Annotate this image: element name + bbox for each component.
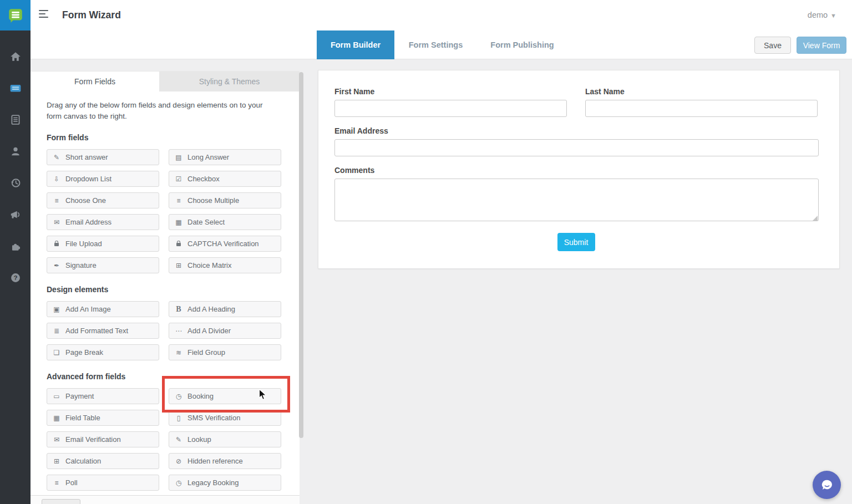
field-button-label: CAPTCHA Verification (187, 240, 259, 248)
panel-scrollbar[interactable] (299, 72, 303, 438)
field-button-payment[interactable]: ▭Payment (47, 388, 159, 404)
view-form-button[interactable]: View Form (797, 37, 846, 54)
email-address-label: Email Address (334, 126, 819, 135)
field-button-label: Payment (65, 392, 94, 400)
field-button-captcha-verification[interactable]: CAPTCHA Verification (169, 236, 281, 252)
field-button-label: Page Break (65, 348, 103, 357)
section-heading-advanced-form-fields: Advanced form fields (47, 372, 300, 381)
clock-icon: ◷ (175, 479, 182, 487)
field-button-add-formatted-text[interactable]: ≣Add Formatted Text (47, 323, 159, 339)
field-button-long-answer[interactable]: ▤Long Answer (169, 149, 281, 165)
field-button-add-an-image[interactable]: ▣Add An Image (47, 301, 159, 317)
field-button-add-a-heading[interactable]: BAdd A Heading (169, 301, 281, 317)
field-button-poll[interactable]: ≡Poll (47, 475, 159, 491)
field-button-sms-verification[interactable]: ▯SMS Verification (169, 410, 281, 426)
lock-icon (175, 240, 182, 248)
pencil-square-icon: ✎ (53, 154, 60, 161)
sidebar-item-reports[interactable] (0, 105, 31, 136)
field-button-booking[interactable]: ◷Booking (169, 388, 281, 404)
field-button-choice-matrix[interactable]: ⊞Choice Matrix (169, 257, 281, 273)
sidebar-item-home[interactable] (0, 42, 31, 73)
credit-card-icon: ▭ (53, 393, 60, 400)
panel-tab-styling-themes[interactable]: Styling & Themes (159, 72, 300, 91)
field-button-checkbox[interactable]: ☑Checkbox (169, 171, 281, 187)
field-button-label: SMS Verification (187, 414, 240, 422)
last-name-input[interactable] (585, 100, 818, 117)
field-button-lookup[interactable]: ✎Lookup (169, 431, 281, 447)
panel-tab-form-fields[interactable]: Form Fields (31, 72, 159, 91)
field-button-legacy-booking[interactable]: ◷Legacy Booking (169, 475, 281, 491)
panel-tabs: Form FieldsStyling & Themes (31, 71, 300, 91)
section-items: ▣Add An ImageBAdd A Heading≣Add Formatte… (47, 301, 300, 360)
field-button-label: Checkbox (187, 175, 220, 183)
app-logo[interactable] (0, 0, 31, 30)
page-break-icon: ❏ (53, 349, 60, 357)
field-button-page-break[interactable]: ❏Page Break (47, 344, 159, 360)
field-button-label: Choose Multiple (187, 196, 239, 205)
resize-grip-icon[interactable] (813, 216, 818, 221)
field-button-date-select[interactable]: ▦Date Select (169, 214, 281, 230)
calendar-icon: ▦ (175, 218, 182, 226)
panel-body: Drag any of the below form fields and de… (31, 100, 300, 491)
history-icon (9, 177, 22, 191)
tab-form-publishing[interactable]: Form Publishing (477, 30, 567, 59)
field-button-label: Long Answer (187, 153, 229, 161)
sidebar-item-announcements[interactable] (0, 200, 31, 231)
field-button-label: Add A Heading (187, 305, 235, 313)
field-button-add-a-divider[interactable]: ⋯Add A Divider (169, 323, 281, 339)
field-button-label: Poll (65, 478, 78, 487)
mobile-icon: ▯ (175, 414, 182, 422)
chat-widget-button[interactable] (813, 471, 841, 499)
partial-button[interactable] (42, 499, 80, 504)
tab-form-settings[interactable]: Form Settings (394, 30, 477, 59)
sidebar-item-addons[interactable] (0, 231, 31, 263)
field-button-label: Legacy Booking (187, 478, 239, 487)
sidebar-item-forms[interactable] (0, 73, 31, 105)
drag-instruction-text: Drag any of the below form fields and de… (47, 100, 275, 121)
pencil-square-icon: ✎ (175, 436, 182, 444)
field-button-file-upload[interactable]: File Upload (47, 236, 159, 252)
field-button-short-answer[interactable]: ✎Short answer (47, 149, 159, 165)
field-button-field-group[interactable]: ≋Field Group (169, 344, 281, 360)
help-icon: ? (9, 272, 22, 286)
list-icon: ≡ (53, 479, 60, 487)
user-menu-label: demo (808, 11, 828, 19)
comments-textarea[interactable] (334, 179, 819, 221)
save-button[interactable]: Save (754, 37, 791, 54)
field-button-signature[interactable]: ✒Signature (47, 257, 159, 273)
field-button-hidden-reference[interactable]: ⊘Hidden reference (169, 453, 281, 469)
field-button-choose-one[interactable]: ≡Choose One (47, 192, 159, 208)
sidebar-item-users[interactable] (0, 136, 31, 168)
field-button-label: Hidden reference (187, 457, 243, 465)
ellipsis-icon: ⋯ (175, 327, 182, 335)
field-button-label: Field Group (187, 348, 225, 357)
section-heading-design-elements: Design elements (47, 285, 300, 294)
page-title: Form Wizard (62, 9, 121, 21)
field-button-choose-multiple[interactable]: ≡Choose Multiple (169, 192, 281, 208)
field-button-label: Field Table (65, 414, 100, 422)
field-button-email-verification[interactable]: ✉Email Verification (47, 431, 159, 447)
field-button-calculation[interactable]: ⊞Calculation (47, 453, 159, 469)
first-name-field: First Name (334, 87, 567, 117)
first-name-input[interactable] (334, 100, 567, 117)
tab-form-builder[interactable]: Form Builder (317, 30, 394, 59)
eye-slash-icon: ⊘ (175, 457, 182, 465)
sidebar-item-help[interactable]: ? (0, 263, 31, 294)
user-icon (9, 145, 22, 160)
menu-toggle-icon[interactable] (39, 10, 50, 20)
field-button-field-table[interactable]: ▦Field Table (47, 410, 159, 426)
checkbox-icon: ☑ (175, 175, 182, 183)
sidebar-item-history[interactable] (0, 168, 31, 200)
grid-icon: ⊞ (175, 262, 182, 269)
field-button-dropdown-list[interactable]: ⇩Dropdown List (47, 171, 159, 187)
email-address-input[interactable] (334, 139, 819, 156)
field-button-label: Calculation (65, 457, 101, 465)
field-button-email-address[interactable]: ✉Email Address (47, 214, 159, 230)
section-items: ▭Payment◷Booking▦Field Table▯SMS Verific… (47, 388, 300, 491)
submit-button[interactable]: Submit (557, 233, 595, 251)
field-button-label: Date Select (187, 218, 225, 226)
user-menu-dropdown[interactable]: demo▼ (808, 11, 836, 19)
svg-text:?: ? (13, 274, 17, 281)
lock-icon (53, 240, 60, 248)
field-button-label: Email Address (65, 218, 111, 226)
